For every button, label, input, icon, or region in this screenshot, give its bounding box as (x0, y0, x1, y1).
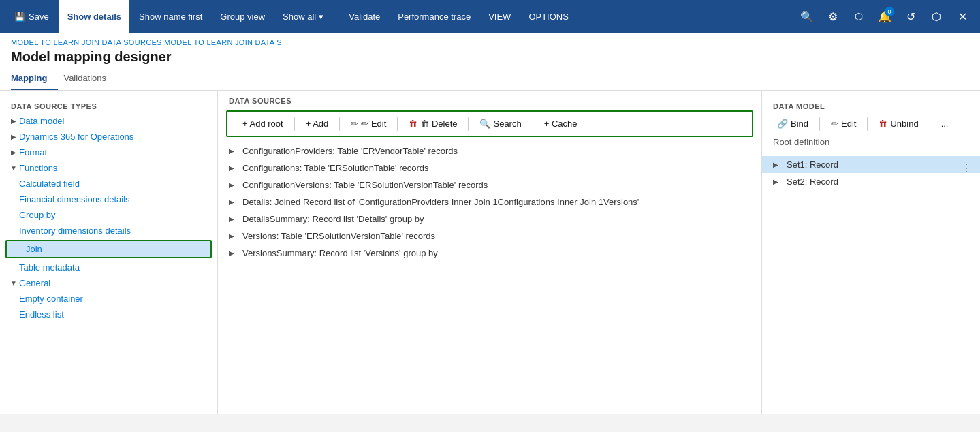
expand-icon: ▶ (8, 133, 19, 140)
view-button[interactable]: VIEW (480, 0, 519, 33)
show-name-first-button[interactable]: Show name first (131, 0, 210, 33)
left-panel: DATA SOURCE TYPES ▶ Data model ▶ Dynamic… (0, 91, 218, 414)
ds-item[interactable]: ▶ Versions: Table 'ERSolutionVersionTabl… (218, 228, 761, 245)
more-options-icon[interactable]: ⋮ (961, 161, 972, 174)
dm-separator (930, 117, 930, 131)
expand-icon: ▶ (773, 178, 784, 185)
tree-item-table-metadata[interactable]: Table metadata (0, 260, 217, 275)
dm-item-set1[interactable]: ▶ Set1: Record (762, 156, 980, 173)
edit-button[interactable]: ✏ ✏ Edit (344, 116, 393, 132)
show-details-button[interactable]: Show details (59, 0, 129, 33)
search-button[interactable]: 🔍 (795, 4, 819, 29)
dm-separator (819, 117, 820, 131)
close-icon-button[interactable]: ✕ (950, 4, 975, 29)
cache-button[interactable]: + Cache (537, 116, 584, 132)
expand-icon: ▶ (8, 117, 19, 125)
validate-button[interactable]: Validate (341, 0, 388, 33)
add-button[interactable]: + Add (299, 116, 336, 132)
toolbar-divider (336, 6, 336, 27)
data-model-header: DATA MODEL (762, 97, 980, 113)
expand-icon: ▶ (229, 198, 240, 206)
edit-icon: ✏ (351, 119, 358, 129)
dm-item-set2[interactable]: ▶ Set2: Record (762, 173, 980, 190)
tab-validations[interactable]: Validations (63, 67, 117, 90)
tree-item-label: Empty container (19, 294, 83, 304)
more-button[interactable]: ... (934, 116, 955, 132)
save-icon: 💾 (14, 12, 25, 22)
ds-item[interactable]: ▶ ConfigurationProviders: Table 'ERVendo… (218, 142, 761, 159)
delete-button[interactable]: 🗑 🗑 Delete (402, 116, 464, 132)
tabs-bar: Mapping Validations (0, 67, 980, 91)
tree-item-endless-list[interactable]: Endless list (0, 307, 217, 322)
edit-icon: ✏ (831, 119, 838, 129)
performance-trace-button[interactable]: Performance trace (390, 0, 479, 33)
tree-item-label: Dynamics 365 for Operations (19, 132, 133, 142)
tree-item-label: Table metadata (19, 262, 80, 273)
tree-item-financial-dimensions[interactable]: Financial dimensions details (0, 191, 217, 207)
tree-item-functions[interactable]: ▼ Functions (0, 160, 217, 176)
tree-item-inventory-dimensions[interactable]: Inventory dimensions details (0, 223, 217, 238)
dm-items-container: ▶ Set1: Record ▶ Set2: Record ⋮ (762, 156, 980, 190)
search-button[interactable]: 🔍 Search (473, 116, 528, 132)
tree-item-group-by[interactable]: Group by (0, 207, 217, 223)
chevron-down-icon: ▾ (319, 12, 323, 22)
refresh-icon-button[interactable]: ↺ (898, 4, 923, 29)
root-definition: Root definition (762, 134, 980, 153)
tree-item-data-model[interactable]: ▶ Data model (0, 113, 217, 129)
tree-item-calculated-field[interactable]: Calculated field (0, 176, 217, 191)
expand-icon: ▶ (8, 149, 19, 156)
ds-item[interactable]: ▶ Configurations: Table 'ERSolutionTable… (218, 159, 761, 176)
middle-panel: DATA SOURCES + Add root + Add ✏ ✏ Edit 🗑… (218, 91, 762, 414)
tree-item-label: Format (19, 147, 47, 157)
tree-item-format[interactable]: ▶ Format (0, 144, 217, 160)
tree-item-empty-container[interactable]: Empty container (0, 291, 217, 307)
tree-item-label: General (19, 278, 50, 288)
bind-button[interactable]: 🔗 Bind (770, 116, 815, 132)
breadcrumb-area: MODEL TO LEARN JOIN DATA SOURCES MODEL T… (0, 33, 980, 65)
expand-icon: ▶ (229, 215, 240, 223)
tree-item-label: Financial dimensions details (19, 194, 130, 204)
ds-item[interactable]: ▶ Details: Joined Record list of 'Config… (218, 194, 761, 211)
expand-icon: ▶ (229, 164, 240, 172)
tree-item-label: Calculated field (19, 179, 80, 189)
notification-icon-button[interactable]: 🔔 0 (872, 4, 897, 29)
tree-item-dynamics365[interactable]: ▶ Dynamics 365 for Operations (0, 129, 217, 144)
breadcrumb: MODEL TO LEARN JOIN DATA SOURCES MODEL T… (11, 38, 969, 46)
add-root-button[interactable]: + Add root (236, 116, 290, 132)
main-content: DATA SOURCE TYPES ▶ Data model ▶ Dynamic… (0, 91, 980, 414)
ds-item[interactable]: ▶ DetailsSummary: Record list 'Details' … (218, 211, 761, 228)
ds-item[interactable]: ▶ VersionsSummary: Record list 'Versions… (218, 245, 761, 262)
data-source-types-header: DATA SOURCE TYPES (0, 97, 217, 113)
office-icon-button[interactable]: ⬡ (847, 4, 871, 29)
ds-separator (397, 117, 398, 131)
unbind-button[interactable]: 🗑 Unbind (872, 116, 925, 132)
group-view-button[interactable]: Group view (212, 0, 273, 33)
unbind-icon: 🗑 (879, 119, 887, 129)
ds-toolbar: + Add root + Add ✏ ✏ Edit 🗑 🗑 Delete 🔍 S… (226, 110, 753, 137)
expand-icon: ▼ (8, 164, 19, 172)
save-button[interactable]: 💾 Save (5, 0, 58, 33)
expand-icon: ▶ (229, 147, 240, 155)
options-button[interactable]: OPTIONS (520, 0, 577, 33)
expand-icon: ▶ (229, 232, 240, 240)
ds-item[interactable]: ▶ ConfigurationVersions: Table 'ERSoluti… (218, 176, 761, 194)
tree-item-label: Data model (19, 116, 64, 126)
expand-icon: ▶ (229, 181, 240, 189)
ds-separator (339, 117, 340, 131)
expand-icon: ▼ (8, 279, 19, 287)
search-icon: 🔍 (479, 119, 490, 129)
tab-mapping[interactable]: Mapping (11, 67, 58, 90)
main-toolbar: 💾 Save Show details Show name first Grou… (0, 0, 980, 33)
open-in-new-icon-button[interactable]: ⬡ (924, 4, 949, 29)
header-area: MODEL TO LEARN JOIN DATA SOURCES MODEL T… (0, 33, 980, 91)
dm-edit-button[interactable]: ✏ Edit (824, 116, 863, 132)
settings-icon-button[interactable]: ⚙ (821, 4, 845, 29)
dm-separator (867, 117, 868, 131)
right-panel: DATA MODEL 🔗 Bind ✏ Edit 🗑 Unbind ... Ro… (762, 91, 980, 414)
tree-item-join[interactable]: Join (5, 240, 212, 258)
expand-icon: ▶ (773, 161, 784, 168)
tree-item-label: Endless list (19, 309, 64, 320)
ds-separator (294, 117, 295, 131)
show-all-button[interactable]: Show all ▾ (274, 0, 332, 33)
tree-item-general[interactable]: ▼ General (0, 275, 217, 291)
